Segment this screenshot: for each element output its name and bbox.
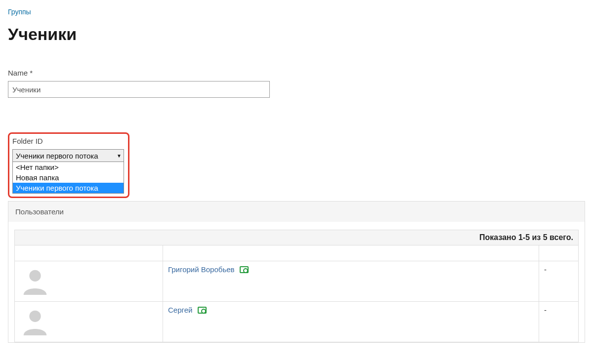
svg-point-1 [29, 270, 41, 282]
folder-label: Folder ID [12, 137, 125, 145]
user-action-cell: - [539, 261, 579, 302]
folder-dropdown: <Нет папки> Новая папка Ученики первого … [12, 162, 124, 194]
table-row: Григорий Воробьев - [15, 261, 579, 302]
users-summary: Показано 1-5 из 5 всего. [14, 230, 579, 245]
user-name-cell: Григорий Воробьев [163, 261, 539, 302]
user-name-cell: Сергей [163, 302, 539, 342]
name-input[interactable] [8, 81, 270, 98]
users-panel: Пользователи Показано 1-5 из 5 всего. [8, 201, 585, 343]
folder-option-stream1[interactable]: Ученики первого потока [13, 183, 124, 193]
users-table: Григорий Воробьев - Сергей [14, 245, 579, 342]
name-field: Name * [8, 69, 585, 98]
avatar-cell [15, 261, 163, 302]
breadcrumb-groups[interactable]: Группы [8, 8, 31, 16]
user-link[interactable]: Григорий Воробьев [168, 265, 235, 274]
folder-option-none[interactable]: <Нет папки> [13, 162, 124, 172]
user-action-cell: - [539, 302, 579, 342]
users-col-name [163, 245, 539, 261]
avatar-cell [15, 302, 163, 342]
avatar-icon [20, 265, 50, 296]
folder-select-value: Ученики первого потока [16, 152, 98, 160]
folder-option-new[interactable]: Новая папка [13, 172, 124, 183]
name-label: Name * [8, 69, 585, 77]
svg-point-3 [29, 311, 41, 322]
folder-select[interactable]: Ученики первого потока ▼ [12, 149, 124, 162]
users-panel-header: Пользователи [8, 202, 585, 222]
money-icon [240, 266, 249, 273]
avatar-icon [20, 306, 50, 336]
money-icon [198, 307, 207, 314]
table-row: Сергей - [15, 302, 579, 342]
chevron-down-icon: ▼ [117, 153, 122, 159]
user-link[interactable]: Сергей [168, 306, 192, 314]
page-title: Ученики [8, 25, 585, 44]
users-col-avatar [15, 245, 163, 261]
folder-highlight-box: Folder ID Ученики первого потока ▼ <Нет … [8, 132, 129, 198]
users-col-action [539, 245, 579, 261]
